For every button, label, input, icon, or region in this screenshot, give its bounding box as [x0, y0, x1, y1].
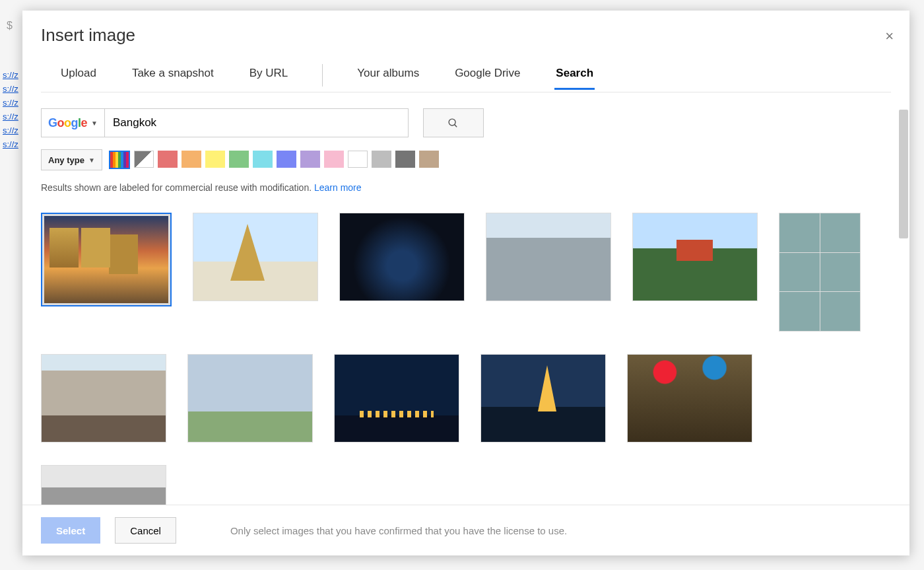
color-swatch-brown[interactable] [419, 151, 439, 168]
thumbnail-image [633, 213, 757, 301]
thumbnail-image [481, 355, 605, 442]
search-input-group: Google ▼ [41, 108, 409, 137]
dialog-body: Google ▼ Any type ▼ Results shown are la… [22, 92, 909, 505]
result-thumbnail[interactable] [193, 213, 318, 301]
dialog-footer: Select Cancel Only select images that yo… [22, 505, 909, 555]
background-spreadsheet-links: s://zs://z s://zs://z s://zs://z [0, 66, 18, 153]
learn-more-link[interactable]: Learn more [314, 182, 362, 193]
dialog-title: Insert image [41, 25, 891, 46]
close-button[interactable]: × [885, 29, 894, 44]
result-thumbnail[interactable] [339, 213, 465, 301]
thumbnail-image [42, 466, 166, 505]
result-thumbnail[interactable] [334, 354, 459, 443]
tab-your-albums[interactable]: Your albums [356, 67, 420, 89]
thumbnail-image [340, 213, 464, 301]
svg-line-1 [455, 124, 457, 127]
color-swatch-rainbow[interactable] [109, 151, 130, 169]
thumbnail-image [188, 355, 312, 442]
color-swatch-green[interactable] [229, 151, 249, 168]
color-swatch-darkgray[interactable] [395, 151, 415, 168]
select-button[interactable]: Select [41, 517, 100, 544]
tab-search[interactable]: Search [554, 67, 595, 89]
color-swatch-red[interactable] [158, 151, 178, 168]
color-swatch-pink[interactable] [324, 151, 344, 168]
cancel-button[interactable]: Cancel [115, 517, 176, 544]
thumbnail-image [42, 355, 166, 442]
result-thumbnail[interactable] [187, 354, 313, 443]
color-swatch-yellow[interactable] [205, 151, 225, 168]
search-bar-row: Google ▼ [41, 108, 891, 137]
filters-row: Any type ▼ [41, 149, 891, 170]
license-note: Results shown are labeled for commercial… [41, 182, 891, 193]
result-thumbnail[interactable] [41, 213, 172, 306]
color-swatch-orange[interactable] [182, 151, 201, 168]
search-icon [447, 118, 459, 129]
tab-snapshot[interactable]: Take a snapshot [131, 67, 215, 89]
thumbnail-image [628, 355, 752, 442]
thumbnail-image [486, 213, 610, 301]
search-provider-dropdown[interactable]: Google ▼ [41, 108, 105, 137]
result-thumbnail[interactable] [632, 213, 758, 301]
result-thumbnail[interactable] [779, 213, 861, 332]
insert-image-dialog: Insert image × Upload Take a snapshot By… [22, 11, 909, 555]
google-logo: Google [48, 116, 87, 130]
type-filter-label: Any type [48, 155, 84, 165]
color-swatch-mono[interactable] [134, 151, 154, 168]
footer-note: Only select images that you have confirm… [230, 525, 567, 536]
thumbnail-image [193, 213, 317, 301]
color-swatch-white[interactable] [348, 151, 368, 168]
color-swatch-purple[interactable] [300, 151, 320, 168]
thumbnail-image [779, 213, 860, 331]
dialog-header: Insert image × Upload Take a snapshot By… [22, 11, 909, 92]
color-filter-swatches [109, 151, 439, 169]
vertical-scrollbar[interactable] [899, 110, 908, 238]
tab-divider [322, 64, 323, 87]
tab-by-url[interactable]: By URL [248, 67, 290, 89]
chevron-down-icon: ▼ [91, 120, 98, 127]
tab-google-drive[interactable]: Google Drive [453, 67, 521, 89]
result-thumbnail[interactable] [480, 354, 606, 443]
search-input[interactable] [105, 108, 409, 137]
search-results-grid [41, 213, 891, 505]
color-swatch-blue[interactable] [277, 151, 296, 168]
result-thumbnail[interactable] [41, 465, 166, 505]
result-thumbnail[interactable] [627, 354, 752, 443]
result-thumbnail[interactable] [41, 354, 166, 443]
chevron-down-icon: ▼ [88, 157, 95, 164]
background-cell-indicator: $ [7, 20, 13, 32]
thumbnail-image [44, 216, 168, 303]
svg-point-0 [449, 119, 456, 125]
thumbnail-image [335, 355, 459, 442]
color-swatch-gray[interactable] [372, 151, 391, 168]
source-tabs: Upload Take a snapshot By URL Your album… [41, 64, 891, 92]
search-button[interactable] [423, 108, 484, 137]
color-swatch-teal[interactable] [253, 151, 273, 168]
result-thumbnail[interactable] [486, 213, 611, 301]
type-filter-dropdown[interactable]: Any type ▼ [41, 149, 102, 170]
tab-upload[interactable]: Upload [59, 67, 98, 89]
